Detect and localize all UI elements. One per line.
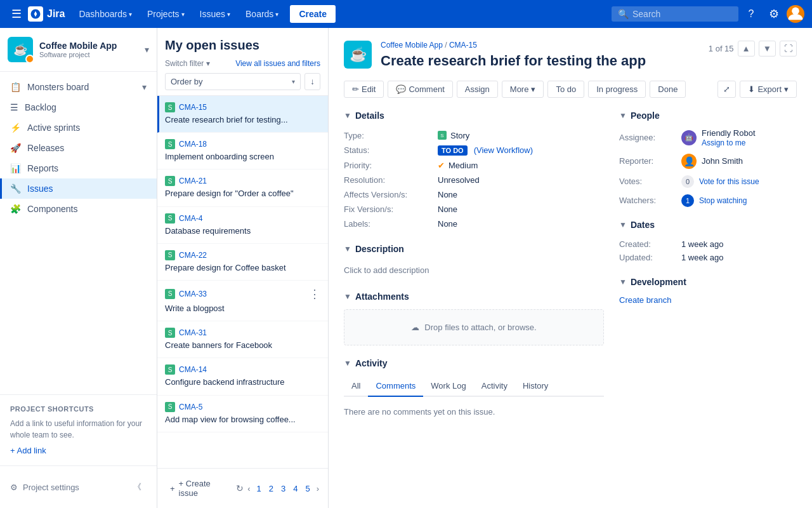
view-workflow-link[interactable]: (View Workflow) [474, 145, 533, 155]
edit-button[interactable]: ✏ Edit [344, 81, 384, 98]
project-header[interactable]: ☕ Coffee Mobile App Software project ▾ [0, 28, 157, 72]
export-button[interactable]: ⬇ Export ▾ [740, 81, 797, 98]
resolution-label: Resolution: [344, 175, 433, 185]
sidebar-item-board[interactable]: 📋 Monsters board ▾ [0, 77, 157, 97]
issue-item-cma14[interactable]: S CMA-14 Configure backend infrastructur… [157, 358, 328, 395]
nav-boards[interactable]: Boards ▾ [239, 5, 285, 23]
tab-all[interactable]: All [344, 376, 368, 397]
create-branch-link[interactable]: Create branch [619, 295, 671, 305]
description-placeholder[interactable]: Click to add description [344, 262, 604, 279]
issue-item-cma21[interactable]: S CMA-21 Prepare design for "Order a cof… [157, 170, 328, 206]
nav-dashboards[interactable]: Dashboards ▾ [72, 5, 138, 23]
tab-activity[interactable]: Activity [474, 376, 515, 397]
issue-title: Prepare design for Coffee basket [165, 262, 320, 274]
watch-link[interactable]: Stop watching [699, 196, 747, 205]
tab-comments[interactable]: Comments [368, 376, 423, 397]
settings-icon: ⚙ [10, 483, 18, 492]
tab-history[interactable]: History [515, 376, 556, 397]
activity-section: ▼ Activity All Comments Work Log Activit… [344, 358, 604, 419]
jira-logo[interactable]: Jira [28, 6, 65, 22]
next-issue-button[interactable]: ▼ [759, 41, 776, 57]
vote-link[interactable]: Vote for this issue [699, 177, 759, 186]
nav-issues[interactable]: Issues ▾ [193, 5, 237, 23]
next-page-button[interactable]: › [315, 483, 320, 495]
sidebar-item-reports[interactable]: 📊 Reports [0, 158, 157, 178]
issue-item-cma5[interactable]: S CMA-5 Add map view for browsing coffee… [157, 396, 328, 432]
details-section-header[interactable]: ▼ Details [344, 110, 604, 121]
comment-button[interactable]: 💬 Comment [388, 81, 452, 98]
issue-detail-title: Create research brief for testing the ap… [381, 52, 700, 70]
tab-worklog[interactable]: Work Log [423, 376, 473, 397]
dates-section-header[interactable]: ▼ Dates [619, 220, 797, 230]
issue-breadcrumb: Coffee Mobile App / CMA-15 [381, 41, 700, 50]
search-box[interactable]: 🔍 [612, 6, 738, 22]
description-section-header[interactable]: ▼ Description [344, 244, 604, 254]
status-row: Status: TO DO (View Workflow) [344, 143, 604, 158]
more-button[interactable]: More ▾ [502, 81, 544, 98]
main-content: My open issues Switch filter ▾ View all … [157, 28, 812, 508]
activity-section-header[interactable]: ▼ Activity [344, 358, 604, 368]
page-1[interactable]: 1 [254, 483, 263, 495]
issue-nav-controls: 1 of 15 ▲ ▼ ⛶ [709, 41, 797, 57]
hamburger-menu[interactable]: ☰ [8, 3, 25, 25]
comment-icon: 💬 [396, 84, 406, 94]
refresh-button[interactable]: ↻ [236, 483, 244, 493]
share-button[interactable]: ⤢ [717, 81, 736, 98]
priority-value: ✔ Medium [438, 161, 604, 170]
collapse-icon[interactable]: 《 [128, 476, 147, 498]
assignee-avatar: 🤖 [681, 130, 697, 145]
nav-projects[interactable]: Projects ▾ [141, 5, 191, 23]
switch-filter-btn[interactable]: Switch filter ▾ [165, 59, 210, 68]
issue-more-icon[interactable]: ⋮ [309, 287, 320, 301]
sidebar-item-active-sprints[interactable]: ⚡ Active sprints [0, 117, 157, 138]
issue-item-cma33[interactable]: S CMA-33 ⋮ Write a blogpost [157, 281, 328, 321]
sidebar-item-releases[interactable]: 🚀 Releases [0, 138, 157, 158]
sort-button[interactable]: ↓ [304, 73, 320, 90]
page-2[interactable]: 2 [266, 483, 276, 495]
sidebar-item-components[interactable]: 🧩 Components [0, 199, 157, 219]
add-link-button[interactable]: + Add link [10, 446, 147, 455]
status-done-button[interactable]: Done [650, 81, 686, 98]
project-chevron-icon[interactable]: ▾ [145, 44, 149, 55]
issue-item-cma22[interactable]: S CMA-22 Prepare design for Coffee baske… [157, 244, 328, 281]
user-avatar[interactable] [787, 5, 804, 23]
breadcrumb-id-link[interactable]: CMA-15 [449, 41, 477, 50]
people-section-header[interactable]: ▼ People [619, 110, 797, 121]
attachments-section-header[interactable]: ▼ Attachments [344, 291, 604, 302]
development-section-header[interactable]: ▼ Development [619, 277, 797, 287]
breadcrumb-project-link[interactable]: Coffee Mobile App [381, 41, 443, 50]
sidebar-item-issues[interactable]: 🔧 Issues [0, 178, 157, 199]
issue-type-icon: S [165, 289, 175, 299]
issue-item-cma15[interactable]: S CMA-15 Create research brief for testi… [157, 96, 328, 133]
prev-page-button[interactable]: ‹ [246, 483, 251, 495]
order-by-select[interactable]: Order by ▾ [165, 73, 301, 90]
page-5[interactable]: 5 [303, 483, 312, 495]
sidebar-item-backlog[interactable]: ☰ Backlog [0, 97, 157, 117]
assignee-label: Assignee: [619, 133, 676, 142]
issue-item-cma18[interactable]: S CMA-18 Implement onboarding screen [157, 133, 328, 170]
assign-to-me-link[interactable]: Assign to me [702, 138, 756, 147]
reporter-info: John Smith [702, 156, 743, 166]
page-3[interactable]: 3 [278, 483, 288, 495]
create-issue-button[interactable]: + + Create issue [165, 475, 236, 502]
components-icon: 🧩 [10, 204, 21, 214]
create-button[interactable]: Create [290, 5, 336, 23]
attachment-drop-zone[interactable]: ☁ Drop files to attach, or browse. [344, 309, 604, 345]
prev-issue-button[interactable]: ▲ [738, 41, 755, 57]
expand-button[interactable]: ⛶ [780, 41, 797, 57]
status-todo-button[interactable]: To do [547, 81, 584, 98]
settings-button[interactable]: ⚙ [764, 4, 784, 24]
issue-item-cma31[interactable]: S CMA-31 Create banners for Facebook [157, 321, 328, 358]
issues-footer: + + Create issue ↻ ‹ 1 2 3 4 5 › [157, 468, 328, 508]
project-settings-button[interactable]: ⚙ Project settings 《 [10, 474, 147, 500]
search-input[interactable] [632, 9, 721, 19]
attachment-drop-text: Drop files to attach, or browse. [424, 323, 536, 332]
issue-item-cma4[interactable]: S CMA-4 Database requirements [157, 207, 328, 244]
status-inprogress-button[interactable]: In progress [588, 81, 646, 98]
jira-logo-icon [28, 6, 43, 22]
help-button[interactable]: ? [741, 4, 761, 24]
page-4[interactable]: 4 [291, 483, 300, 495]
assign-button[interactable]: Assign [457, 81, 498, 98]
votes-row: Votes: 0 Vote for this issue [619, 175, 797, 188]
view-all-issues-link[interactable]: View all issues and filters [235, 59, 320, 68]
